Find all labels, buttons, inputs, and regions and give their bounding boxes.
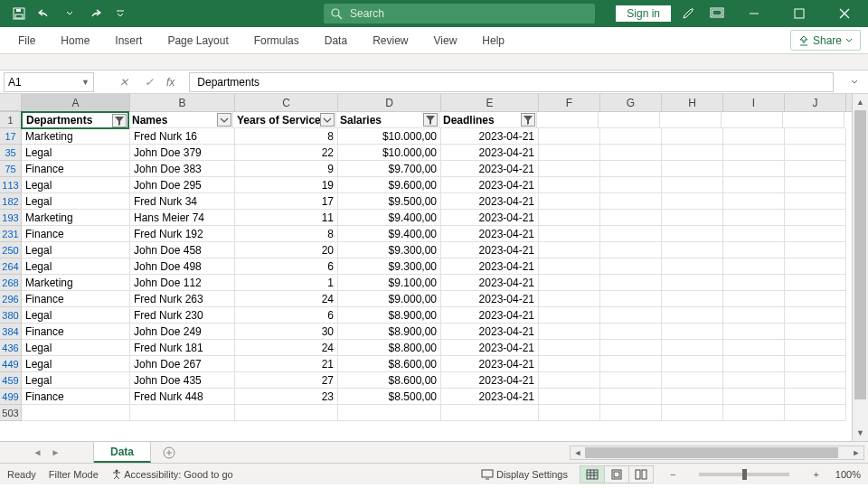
cell[interactable] <box>600 128 662 145</box>
cell[interactable] <box>662 324 723 340</box>
cell[interactable] <box>723 128 785 145</box>
row-header[interactable]: 17 <box>0 128 22 145</box>
minimize-icon[interactable] <box>734 0 774 27</box>
cell-name[interactable]: John Doe 498 <box>130 258 235 275</box>
cell-salary[interactable]: $10.000,00 <box>338 145 441 161</box>
cell-department[interactable]: Finance <box>22 226 130 242</box>
cell[interactable] <box>785 307 846 324</box>
cell-years[interactable]: 30 <box>235 324 338 340</box>
cell[interactable] <box>539 193 600 210</box>
cell-deadline[interactable]: 2023-04-21 <box>441 258 539 275</box>
cell-department[interactable]: Finance <box>22 324 130 340</box>
maximize-icon[interactable] <box>779 0 819 27</box>
cell[interactable] <box>723 161 785 177</box>
cell-deadline[interactable]: 2023-04-21 <box>441 389 539 405</box>
col-header-c[interactable]: C <box>235 94 338 111</box>
cell[interactable] <box>600 193 662 210</box>
cell-deadline[interactable]: 2023-04-21 <box>441 145 539 161</box>
cell-department[interactable]: Legal <box>22 258 130 275</box>
cell[interactable] <box>785 405 846 421</box>
cell-years[interactable]: 9 <box>235 161 338 177</box>
cell-deadline[interactable]: 2023-04-21 <box>441 324 539 340</box>
formula-input[interactable]: Departments <box>189 72 834 92</box>
row-header[interactable]: 231 <box>0 226 22 242</box>
cell-department[interactable]: Legal <box>22 145 130 161</box>
cell-deadline[interactable]: 2023-04-21 <box>441 356 539 372</box>
cell-name[interactable]: John Doe 458 <box>130 242 235 258</box>
cell-deadline[interactable]: 2023-04-21 <box>441 372 539 389</box>
h-scrollbar-thumb[interactable] <box>585 447 838 458</box>
cell-salary[interactable]: $9.500,00 <box>338 193 441 210</box>
cell-salary[interactable]: $9.400,00 <box>338 226 441 242</box>
scroll-up-icon[interactable]: ▲ <box>853 94 868 110</box>
sheet-tab-data[interactable]: Data <box>94 442 151 463</box>
cell[interactable] <box>785 275 846 291</box>
header-years[interactable]: Years of Service <box>233 112 336 128</box>
zoom-slider[interactable] <box>699 473 789 476</box>
cell-years[interactable]: 19 <box>235 177 338 193</box>
cell[interactable] <box>600 177 662 193</box>
add-sheet-button[interactable] <box>151 442 187 463</box>
cell[interactable] <box>723 307 785 324</box>
cell[interactable] <box>600 210 662 226</box>
cell[interactable] <box>235 405 338 421</box>
cell-department[interactable]: Marketing <box>22 128 130 145</box>
cell[interactable] <box>539 210 600 226</box>
cell-years[interactable]: 11 <box>235 210 338 226</box>
cell-deadline[interactable]: 2023-04-21 <box>441 226 539 242</box>
cell-salary[interactable]: $10.000,00 <box>338 128 441 145</box>
cell-deadline[interactable]: 2023-04-21 <box>441 128 539 145</box>
cell[interactable] <box>539 356 600 372</box>
cell[interactable] <box>723 372 785 389</box>
cell-salary[interactable]: $8.900,00 <box>338 324 441 340</box>
cell[interactable] <box>539 177 600 193</box>
cell[interactable] <box>539 161 600 177</box>
cell-deadline[interactable]: 2023-04-21 <box>441 307 539 324</box>
cell-salary[interactable]: $9.300,00 <box>338 258 441 275</box>
filter-departments[interactable] <box>112 114 127 127</box>
cell[interactable] <box>662 307 723 324</box>
cell[interactable] <box>600 389 662 405</box>
cell[interactable] <box>539 389 600 405</box>
cell[interactable] <box>662 242 723 258</box>
tab-view[interactable]: View <box>421 27 470 53</box>
col-header-h[interactable]: H <box>662 94 723 111</box>
row-header[interactable]: 1 <box>0 112 22 128</box>
zoom-out-button[interactable]: − <box>666 469 679 480</box>
cell[interactable] <box>130 405 235 421</box>
cell[interactable] <box>785 389 846 405</box>
col-header-i[interactable]: I <box>723 94 785 111</box>
cell[interactable] <box>662 193 723 210</box>
cell-salary[interactable]: $9.100,00 <box>338 275 441 291</box>
cell[interactable] <box>785 226 846 242</box>
tab-insert[interactable]: Insert <box>102 27 155 53</box>
cell[interactable] <box>785 242 846 258</box>
cell-salary[interactable]: $9.000,00 <box>338 291 441 307</box>
cell[interactable] <box>785 161 846 177</box>
cell-years[interactable]: 24 <box>235 340 338 356</box>
cell-department[interactable]: Finance <box>22 291 130 307</box>
cell[interactable] <box>662 161 723 177</box>
row-header[interactable]: 182 <box>0 193 22 210</box>
header-deadlines[interactable]: Deadlines <box>439 112 537 128</box>
cell-deadline[interactable]: 2023-04-21 <box>441 161 539 177</box>
row-header[interactable]: 268 <box>0 275 22 291</box>
cell[interactable] <box>600 372 662 389</box>
row-header[interactable]: 113 <box>0 177 22 193</box>
cell-deadline[interactable]: 2023-04-21 <box>441 340 539 356</box>
cell[interactable] <box>600 307 662 324</box>
cell[interactable] <box>539 324 600 340</box>
cell[interactable] <box>662 145 723 161</box>
cell[interactable] <box>662 356 723 372</box>
expand-formula-bar-icon[interactable] <box>850 78 864 87</box>
cell[interactable] <box>660 112 722 128</box>
cell[interactable] <box>785 193 846 210</box>
cell[interactable] <box>662 405 723 421</box>
cell-years[interactable]: 6 <box>235 307 338 324</box>
chevron-down-icon[interactable]: ▼ <box>81 78 90 87</box>
close-icon[interactable] <box>825 0 864 27</box>
fx-icon[interactable]: fx <box>166 76 175 89</box>
cell[interactable] <box>785 128 846 145</box>
cell[interactable] <box>600 242 662 258</box>
cell-name[interactable]: Fred Nurk 181 <box>130 340 235 356</box>
